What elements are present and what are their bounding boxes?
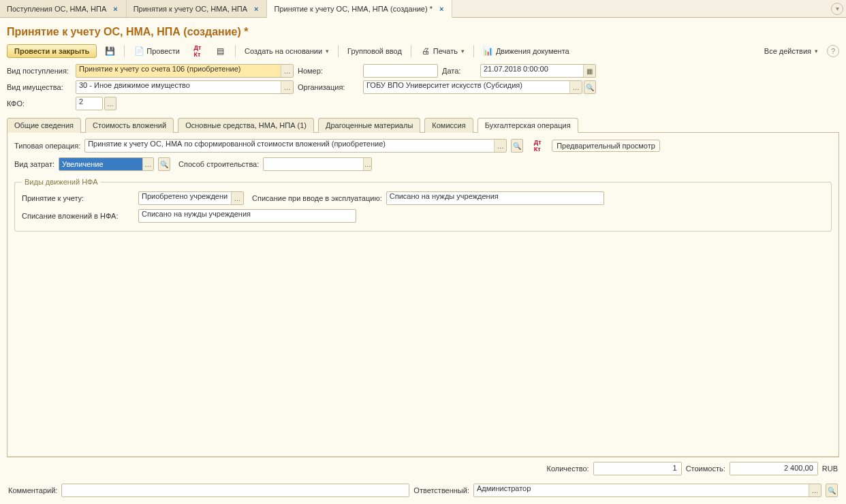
app-tab-acceptances[interactable]: Принятия к учету ОС, НМА, НПА × bbox=[127, 0, 268, 17]
post-button[interactable]: 📄 Провести bbox=[129, 44, 185, 59]
print-button[interactable]: 🖨 Печать bbox=[416, 44, 469, 59]
cost-type-field[interactable]: Увеличение стоимости о … bbox=[59, 157, 154, 171]
ellipsis-icon[interactable]: … bbox=[281, 65, 293, 77]
kfo-field[interactable]: 2 bbox=[76, 97, 103, 110]
help-icon[interactable]: ? bbox=[827, 45, 839, 57]
cost-label: Стоимость: bbox=[686, 464, 725, 473]
tab-precious-materials[interactable]: Драгоценные материалы bbox=[318, 118, 420, 133]
movements-icon: 📊 bbox=[483, 46, 494, 57]
writeoff-commission-value: Списано на нужды учреждения bbox=[387, 192, 604, 204]
dt-kt-button[interactable]: ДтКт bbox=[187, 44, 208, 59]
quantity-label: Количество: bbox=[546, 464, 589, 473]
ellipsis-icon[interactable]: … bbox=[142, 158, 153, 170]
header-form: Вид поступления: Принятие к учету со сче… bbox=[7, 64, 839, 110]
create-based-on-button[interactable]: Создать на основании bbox=[240, 45, 334, 57]
separator bbox=[338, 45, 339, 57]
dt-kt-button[interactable]: ДтКт bbox=[527, 138, 548, 153]
responsible-label: Ответственный: bbox=[413, 486, 469, 494]
app-tab-receipts[interactable]: Поступления ОС, НМА, НПА × bbox=[0, 0, 127, 17]
movements-label: Движения документа bbox=[496, 47, 569, 55]
dt-kt-icon: ДтКт bbox=[192, 46, 203, 57]
close-icon[interactable]: × bbox=[112, 5, 119, 13]
toolbar: Провести и закрыть 💾 📄 Провести ДтКт ▤ С… bbox=[7, 44, 839, 59]
post-icon: 📄 bbox=[134, 46, 144, 57]
tabs-overflow-icon[interactable]: ▾ bbox=[831, 3, 843, 15]
magnifier-icon[interactable]: 🔍 bbox=[826, 484, 838, 497]
all-actions-label: Все действия bbox=[764, 47, 811, 55]
construction-method-label: Способ строительства: bbox=[178, 160, 259, 168]
ellipsis-icon[interactable]: … bbox=[569, 81, 582, 93]
comment-field[interactable] bbox=[61, 484, 409, 497]
responsible-value: Администратор bbox=[474, 484, 809, 497]
tab-os-nma-npa[interactable]: Основные средства, НМА, НПА (1) bbox=[178, 118, 314, 133]
document-movements-button[interactable]: 📊 Движения документа bbox=[478, 44, 574, 59]
writeoff-nfa-label: Списание вложений в НФА: bbox=[22, 212, 134, 220]
cost-type-label: Вид затрат: bbox=[14, 160, 54, 168]
typical-operation-label: Типовая операция: bbox=[14, 142, 80, 150]
tab-accounting-operation[interactable]: Бухгалтерская операция bbox=[477, 118, 578, 133]
typical-operation-field[interactable]: Принятие к учету ОС, НМА по сформированн… bbox=[84, 139, 507, 153]
list-button[interactable]: ▤ bbox=[210, 44, 231, 59]
separator bbox=[124, 45, 125, 57]
construction-method-input[interactable] bbox=[264, 158, 363, 170]
responsible-field[interactable]: Администратор … bbox=[473, 484, 821, 497]
footer-bar: Комментарий: Ответственный: Администрато… bbox=[7, 479, 839, 499]
magnifier-icon[interactable]: 🔍 bbox=[158, 157, 170, 171]
ellipsis-icon[interactable]: … bbox=[231, 192, 243, 204]
ellipsis-icon[interactable]: … bbox=[809, 484, 821, 497]
post-and-close-button[interactable]: Провести и закрыть bbox=[7, 44, 97, 58]
quantity-value: 1 bbox=[593, 462, 682, 475]
ellipsis-icon[interactable]: … bbox=[281, 81, 293, 93]
typical-operation-value: Принятие к учету ОС, НМА по сформированн… bbox=[85, 140, 494, 152]
page-title: Принятие к учету ОС, НМА, НПА (создание)… bbox=[7, 26, 839, 38]
receipt-type-label: Вид поступления: bbox=[7, 67, 72, 75]
receipt-type-field[interactable]: Принятие к учету со счета 106 (приобрете… bbox=[76, 64, 294, 78]
writeoff-nfa-field[interactable]: Списано на нужды учреждения bbox=[138, 209, 356, 223]
organization-value: ГОБУ ВПО Университет искусств (Субсидия) bbox=[364, 81, 569, 93]
all-actions-button[interactable]: Все действия bbox=[759, 45, 823, 57]
magnifier-icon[interactable]: 🔍 bbox=[511, 139, 523, 153]
organization-field[interactable]: ГОБУ ВПО Университет искусств (Субсидия)… bbox=[363, 80, 582, 94]
ellipsis-icon[interactable]: … bbox=[363, 158, 371, 170]
writeoff-nfa-value: Списано на нужды учреждения bbox=[139, 210, 356, 222]
construction-method-field[interactable]: … bbox=[263, 157, 372, 171]
post-label: Провести bbox=[146, 47, 180, 55]
property-type-field[interactable]: 30 - Иное движимое имущество … bbox=[76, 80, 294, 94]
property-type-label: Вид имущества: bbox=[7, 83, 72, 91]
date-field[interactable]: 21.07.2018 0:00:00 ▦ bbox=[480, 64, 596, 78]
tab-general[interactable]: Общие сведения bbox=[7, 118, 81, 133]
printer-icon: 🖨 bbox=[420, 46, 431, 57]
acceptance-label: Принятие к учету: bbox=[22, 194, 134, 202]
app-tab-label: Принятия к учету ОС, НМА, НПА bbox=[134, 5, 247, 13]
tab-investment-cost[interactable]: Стоимость вложений bbox=[85, 118, 174, 133]
dt-kt-icon: ДтКт bbox=[532, 140, 543, 151]
comment-input[interactable] bbox=[62, 484, 409, 497]
ellipsis-icon[interactable]: … bbox=[494, 140, 506, 152]
app-tab-label: Принятие к учету ОС, НМА, НПА (создание)… bbox=[274, 5, 433, 13]
inner-tab-bar: Общие сведения Стоимость вложений Основн… bbox=[7, 117, 839, 133]
kfo-label: КФО: bbox=[7, 99, 72, 108]
calendar-icon[interactable]: ▦ bbox=[583, 65, 595, 77]
close-icon[interactable]: × bbox=[438, 5, 445, 13]
preview-button[interactable]: Предварительный просмотр bbox=[552, 140, 660, 152]
close-icon[interactable]: × bbox=[253, 5, 260, 13]
magnifier-icon[interactable]: 🔍 bbox=[584, 80, 596, 94]
acceptance-field[interactable]: Приобретено учреждени … bbox=[138, 191, 244, 205]
kfo-value: 2 bbox=[76, 97, 102, 110]
totals-bar: Количество: 1 Стоимость: 2 400,00 RUB bbox=[7, 457, 839, 479]
writeoff-commission-field[interactable]: Списано на нужды учреждения bbox=[386, 191, 604, 205]
number-field[interactable] bbox=[363, 64, 438, 78]
list-icon: ▤ bbox=[215, 46, 226, 57]
group-input-button[interactable]: Групповой ввод bbox=[343, 45, 407, 57]
app-tab-acceptance-create[interactable]: Принятие к учету ОС, НМА, НПА (создание)… bbox=[267, 0, 452, 18]
ellipsis-icon[interactable]: … bbox=[104, 97, 116, 110]
receipt-type-value: Принятие к учету со счета 106 (приобрете… bbox=[76, 65, 281, 77]
cost-value: 2 400,00 bbox=[730, 462, 818, 475]
preview-label: Предварительный просмотр bbox=[557, 142, 655, 150]
separator bbox=[411, 45, 411, 57]
nfa-movements-group: Виды движений НФА Принятие к учету: Прио… bbox=[14, 178, 832, 232]
create-based-label: Создать на основании bbox=[245, 47, 322, 55]
tab-commission[interactable]: Комиссия bbox=[424, 118, 473, 133]
save-button[interactable]: 💾 bbox=[99, 44, 120, 59]
print-label: Печать bbox=[433, 47, 458, 55]
